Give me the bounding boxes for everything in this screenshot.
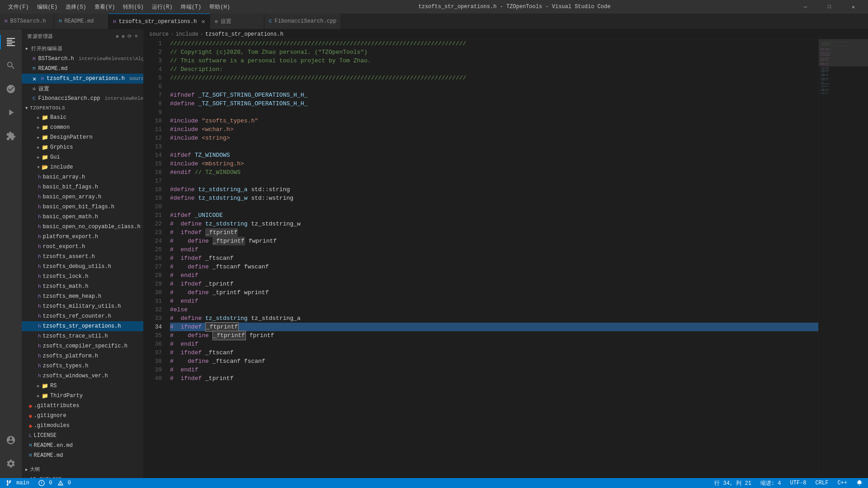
status-notifications[interactable] (854, 480, 864, 486)
tree-root-export[interactable]: h root_export.h (22, 242, 143, 252)
menu-select[interactable]: 选择(S) (62, 1, 90, 13)
sidebar-title: 资源管理器 (27, 33, 53, 40)
open-editor-fibonacci[interactable]: C FibonacciSearch.cpp interviewRelevants… (22, 94, 143, 103)
tree-gitmodules[interactable]: ◉ .gitmodules (22, 421, 143, 431)
tree-readme-en[interactable]: M README.en.md (22, 441, 143, 450)
tree-common[interactable]: 📁 common (22, 122, 143, 132)
tree-tzsofts-debug[interactable]: h tzsofts_debug_utils.h (22, 262, 143, 272)
activity-run[interactable] (0, 102, 22, 123)
menu-edit[interactable]: 编辑(E) (33, 1, 61, 13)
status-git-branch[interactable]: main (4, 480, 31, 486)
open-editor-bstsearch[interactable]: H BSTSearch.h interviewRelevants\Algorit… (22, 54, 143, 64)
new-file-icon[interactable]: ⊕ (116, 33, 119, 39)
gear-icon: ⚙ (33, 86, 36, 92)
outline-toggle[interactable]: 大纲 (22, 464, 143, 474)
tree-basic-array[interactable]: h basic_array.h (22, 172, 143, 182)
tree-gitattributes[interactable]: ◉ .gitattributes (22, 401, 143, 411)
menu-bar[interactable]: 文件(F) 编辑(E) 选择(S) 查看(V) 转到(G) 运行(R) 终端(T… (5, 1, 234, 13)
status-cursor-position[interactable]: 行 34, 列 21 (712, 479, 753, 487)
activity-explorer[interactable] (0, 31, 22, 53)
status-errors[interactable]: 0 0 (37, 480, 73, 486)
tree-rs[interactable]: 📁 RS (22, 381, 143, 391)
tree-license[interactable]: L LICENSE (22, 431, 143, 441)
refresh-icon[interactable]: ⟳ (127, 33, 132, 39)
code-editor[interactable]: ////////////////////////////////////////… (166, 39, 818, 478)
tree-tzsofts-assert[interactable]: h tzsofts_assert.h (22, 252, 143, 262)
h-icon: h (38, 184, 41, 190)
menu-run[interactable]: 运行(R) (148, 1, 176, 13)
tree-tzsofts-mem-heap[interactable]: h tzsofts_mem_heap.h (22, 291, 143, 301)
tree-tzsofts-ref-counter[interactable]: h tzsofts_ref_counter.h (22, 311, 143, 321)
tree-zsofts-platform[interactable]: h zsofts_platform.h (22, 351, 143, 361)
activity-settings[interactable] (0, 453, 22, 474)
close-button[interactable]: ✕ (843, 0, 863, 14)
tab-settings-label: 设置 (221, 18, 231, 25)
activity-search[interactable] (0, 55, 22, 76)
new-folder-icon[interactable]: ⊕ (122, 33, 125, 39)
tree-include[interactable]: 📂 include (22, 162, 143, 172)
tree-zsofts-windows-ver[interactable]: h zsofts_windows_ver.h (22, 371, 143, 381)
menu-help[interactable]: 帮助(H) (206, 1, 234, 13)
tree-gitignore[interactable]: ◉ .gitignore (22, 411, 143, 421)
tree-tzsofts-str-ops[interactable]: h tzsofts_str_operations.h (22, 321, 143, 331)
tree-grphics[interactable]: 📁 Grphics (22, 142, 143, 152)
tree-zsofts-types[interactable]: h zsofts_types.h (22, 361, 143, 371)
line-num-23: 23 (144, 228, 162, 237)
tree-basic-bit-flags[interactable]: h basic_bit_flags.h (22, 182, 143, 192)
line-num-4: 4 (144, 65, 162, 74)
open-editor-readme[interactable]: M README.md (22, 64, 143, 74)
activity-bottom (0, 429, 22, 474)
status-encoding[interactable]: UTF-8 (788, 480, 808, 486)
menu-terminal[interactable]: 终端(T) (177, 1, 205, 13)
ai-outline-toggle[interactable]: AI OUTLINE (22, 474, 143, 478)
open-editor-tzsofts-str[interactable]: ✕ H tzsofts_str_operations.h source\incl… (22, 74, 143, 84)
line-numbers: 1 2 3 4 5 6 7 8 9 10 11 12 13 14 15 16 1 (144, 39, 166, 478)
tree-item-label: basic_array.h (43, 174, 85, 180)
tree-readme-md[interactable]: M README.md (22, 450, 143, 460)
tree-tzsofts-military[interactable]: h tzsofts_military_utils.h (22, 301, 143, 311)
status-language[interactable]: C++ (835, 480, 849, 486)
tab-settings[interactable]: ⚙ 设置 (210, 14, 264, 29)
breadcrumb-include[interactable]: include (175, 31, 198, 38)
tree-basic-open-math[interactable]: h basic_open_math.h (22, 212, 143, 222)
open-editor-tzsofts-name: tzsofts_str_operations.h (47, 75, 125, 82)
breadcrumb-current-file[interactable]: tzsofts_str_operations.h (205, 31, 283, 38)
h-icon: h (38, 274, 41, 279)
tree-gui[interactable]: 📁 Gui (22, 152, 143, 162)
breadcrumb-source[interactable]: source (149, 31, 169, 38)
menu-view[interactable]: 查看(V) (91, 1, 119, 13)
tree-basic-open-array[interactable]: h basic_open_array.h (22, 192, 143, 202)
tab-fibonacci[interactable]: C FibonacciSearch.cpp (264, 14, 341, 29)
window-controls[interactable]: — □ ✕ (795, 0, 863, 14)
tree-basic-open-no-copyable[interactable]: h basic_open_no_copyable_class.h (22, 222, 143, 232)
tree-designpattern[interactable]: 📁 DesignPattern (22, 132, 143, 142)
tab-readme-label: README.md (65, 18, 94, 24)
activity-source-control[interactable] (0, 78, 22, 100)
menu-file[interactable]: 文件(F) (5, 1, 33, 13)
maximize-button[interactable]: □ (819, 0, 840, 14)
close-icon[interactable]: ✕ (33, 75, 36, 83)
tree-zsofts-compiler[interactable]: h zsofts_compiler_specific.h (22, 341, 143, 351)
tree-thirdparty[interactable]: 📁 ThirdParty (22, 391, 143, 401)
tab-bstsearch[interactable]: H BSTSearch.h (0, 14, 54, 29)
sidebar-actions[interactable]: ⊕ ⊕ ⟳ ≡ (116, 33, 138, 39)
tree-basic-open-bit-flags[interactable]: h basic_open_bit_flags.h (22, 202, 143, 212)
minimize-button[interactable]: — (795, 0, 816, 14)
open-editor-settings[interactable]: ⚙ 设置 (22, 84, 143, 94)
project-root-toggle[interactable]: TZOPENTOOLS (22, 103, 143, 113)
activity-extensions[interactable] (0, 125, 22, 147)
activity-accounts[interactable] (0, 429, 22, 451)
status-spaces[interactable]: 缩进: 4 (759, 479, 783, 487)
tree-tzsofts-trace[interactable]: h tzsofts_trace_util.h (22, 331, 143, 341)
open-editors-toggle[interactable]: 打开的编辑器 (22, 43, 143, 54)
tree-tzsofts-math[interactable]: h tzsofts_math.h (22, 282, 143, 291)
tree-platform-export[interactable]: h platform_export.h (22, 232, 143, 242)
tree-basic[interactable]: 📁 Basic (22, 113, 143, 122)
tab-close-icon[interactable]: ✕ (201, 18, 205, 25)
status-line-ending[interactable]: CRLF (814, 480, 830, 486)
tab-readme[interactable]: M README.md (54, 14, 108, 29)
menu-goto[interactable]: 转到(G) (119, 1, 147, 13)
collapse-icon[interactable]: ≡ (135, 33, 138, 39)
tree-tzsofts-lock[interactable]: h tzsofts_lock.h (22, 272, 143, 282)
tab-tzsofts-str[interactable]: H tzsofts_str_operations.h ✕ (108, 14, 210, 29)
